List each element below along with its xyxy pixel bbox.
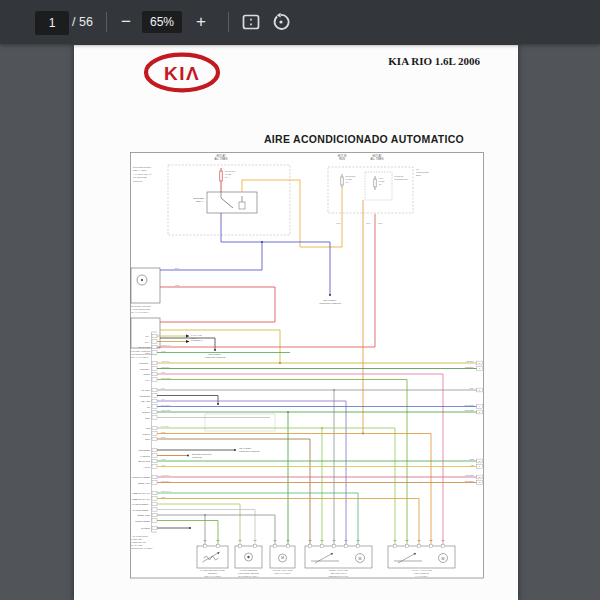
pin-label: TXV [145, 379, 150, 382]
component-pin [429, 544, 432, 547]
rotate-ccw-button[interactable] [271, 12, 291, 32]
pin-label: ROOM SNSR [135, 520, 150, 523]
pin-label: SNSR VOL [138, 482, 151, 485]
component-label: (MOUNTED CENTER [238, 572, 260, 574]
junction-dot [217, 403, 219, 405]
kia-logo-text: KIΛ [164, 63, 200, 84]
diagram-label: FUSE [379, 180, 385, 182]
component-label: WATER TEMPERATURE [200, 569, 225, 571]
wire-color-label: GRN/RED [161, 409, 171, 411]
component-pin [273, 544, 276, 547]
pin-cell [152, 399, 157, 403]
component-label: INTAKE ACTUATOR [272, 569, 292, 571]
diagram-label: 15A [379, 183, 383, 185]
diagram-label: RELAY [196, 200, 204, 203]
wire-color-label: LT GRN [161, 425, 169, 427]
pin-label: PHOTO SNSR + [132, 503, 150, 506]
diagram-label: ALL TIMES [214, 157, 227, 161]
pin-label: UP [147, 406, 151, 409]
component-pin [356, 544, 359, 547]
wire-color-label: YEL/BLK [466, 360, 475, 362]
pin-cell [152, 519, 157, 523]
pin-cell [152, 416, 157, 420]
component-label: (ON HVAC UNIT) [274, 572, 291, 574]
pin-cell [152, 361, 157, 365]
component-pin [238, 544, 241, 547]
page-number-input[interactable] [35, 11, 69, 35]
diagram-label: HOT AT [216, 154, 226, 158]
component-label: AIR MIX ACTUATOR [411, 569, 432, 571]
pin-label: MOTOR + [139, 362, 151, 365]
wire-color-label: YEL/BLK [161, 360, 170, 362]
pin-cell [152, 367, 157, 371]
diagram-label: ORN [366, 222, 371, 224]
pin-label: COMM [142, 433, 150, 436]
diagram-label: OF HVAC UNIT) [131, 311, 149, 314]
document-header-title: KIA RIO 1.6L 2006 [388, 55, 480, 67]
pin-label: HUMIDITY SNSR [131, 476, 150, 479]
component-pin [393, 544, 396, 547]
pdf-page: KIΛ KIA RIO 1.6L 2006 AIRE ACONDICIONADO… [74, 45, 518, 600]
wire-color-label: GRY [161, 387, 166, 389]
blower-motor-symbol [141, 279, 143, 281]
viewer-canvas[interactable]: KIΛ KIA RIO 1.6L 2006 AIRE ACONDICIONADO… [0, 44, 600, 600]
zoom-level[interactable]: 65% [142, 11, 182, 33]
pin-cell [152, 345, 157, 349]
diagram-label: HOT IN [338, 154, 347, 158]
pin-cell [152, 481, 157, 485]
wire-color-label: ORN [161, 496, 166, 498]
stub-label: REAR BODY [239, 447, 252, 449]
stub-label: ENGINE CONTROL [192, 453, 212, 455]
pin-label: AQS [145, 427, 150, 430]
pin-label: FEED BACK (W) [132, 498, 150, 501]
component-label: CENTER OF DASH) [328, 575, 348, 577]
component-label: SENSOR [208, 572, 218, 574]
wire-color-label: GRN/ORN [161, 377, 171, 379]
pin-label: ILL + [145, 341, 151, 344]
diagram-label: RUN [339, 157, 345, 161]
diagram-label: M [442, 557, 445, 561]
wire-color-label: RED/WHT [161, 344, 171, 346]
junction-dot [187, 455, 189, 457]
wire-color-label: VIO [161, 398, 165, 400]
wire-color-label: BRN [161, 436, 166, 438]
diagram-label: REAR BODY [209, 353, 222, 355]
component-label: (ON HVAC UNIT) [204, 575, 221, 577]
diagram-label: RED [378, 222, 383, 224]
pin-cell [152, 394, 157, 398]
photo-sensor-symbol [247, 556, 249, 558]
pin-label: PHOTO SNSR - [133, 509, 150, 512]
wire-color-label: GRN/RED [464, 409, 474, 411]
pin-cell [152, 502, 157, 506]
diagram-label: ALL TIMES [370, 157, 383, 161]
blower-relay-box [207, 192, 257, 213]
component-pin [320, 544, 323, 547]
pin-label: FEED BACK (M) [132, 492, 150, 495]
pin-label: AMB SNSR [138, 449, 151, 452]
stub-label: CONTROL MODULE [239, 450, 260, 452]
pin-cell [152, 497, 157, 501]
fit-page-button[interactable] [241, 12, 261, 32]
component-pin [203, 544, 206, 547]
component-label: MODE ACTUATOR [329, 569, 348, 571]
wire-color-label: ORN/BLU [465, 480, 475, 482]
diagram-label: M [359, 557, 362, 561]
pin-cell [152, 372, 157, 376]
stub-label: MODULE [192, 456, 202, 458]
wire-color-label: PNK/BLK [465, 474, 474, 476]
diagram-label: CONNECTOR [394, 178, 408, 180]
pin-cell [152, 388, 157, 392]
pin-cell [152, 508, 157, 512]
zoom-out-button[interactable]: − [113, 8, 139, 36]
pin-label: ILL - [145, 335, 150, 338]
pin-cell [152, 526, 157, 530]
rotate-ccw-icon [271, 12, 291, 32]
diagram-label: BLU [175, 267, 180, 269]
diagram-label: ORN [336, 222, 341, 224]
wiring-diagram: ENGINE ROOMRELAY BOX(AT LEFT REAROF ENGI… [130, 152, 484, 579]
wire-color-label: ORN [161, 431, 166, 433]
wire-color-label: GRN/BLK [161, 366, 171, 368]
zoom-in-button[interactable]: + [188, 8, 214, 36]
component-label: OF FRONT FASCIA) [238, 575, 259, 577]
diagram-label: HOT AT [372, 154, 382, 158]
